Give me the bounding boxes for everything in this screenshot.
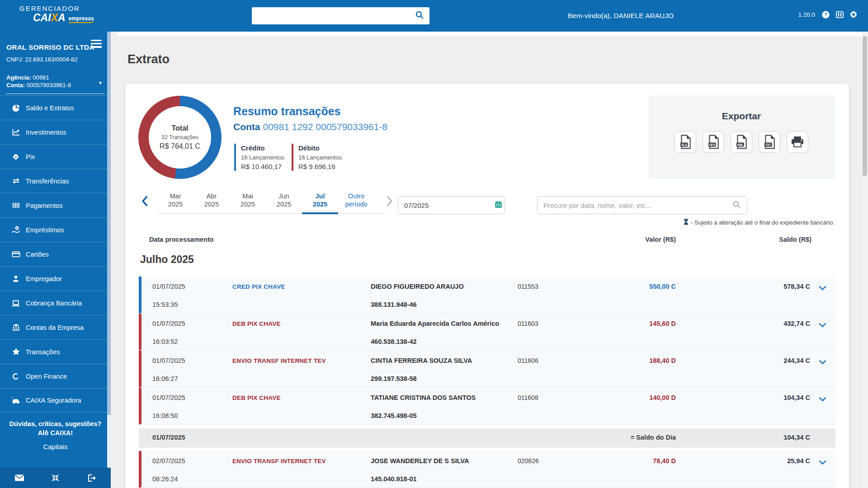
debit-stat: Débito 16 Lançamentos R$ 9.696,16 <box>292 144 342 171</box>
caixa-logo: GERENCIADOR CAIXA empresas <box>19 5 94 23</box>
transaction-row[interactable]: 01/07/2025 16:06:27 ENVIO TRANSF INTERNE… <box>139 351 835 388</box>
help-icon[interactable]: ? <box>821 10 830 19</box>
expand-chevron-icon[interactable] <box>819 395 826 404</box>
filter-search-field[interactable] <box>537 196 747 214</box>
agencia-value: 00981 <box>33 74 49 81</box>
sidebar-item-cobranca-bancaria[interactable]: Cobrança Bancária <box>0 291 111 315</box>
column-header-value: Valor (R$) <box>600 236 676 243</box>
file-ofx-icon: OFX <box>707 135 720 149</box>
donut-total-label: Total <box>171 124 188 132</box>
sidebar-item-transacoes[interactable]: Transações <box>0 339 111 364</box>
open-finance-icon <box>11 371 21 381</box>
month-date-field[interactable] <box>398 196 505 214</box>
hamburger-menu-icon[interactable] <box>91 40 102 48</box>
tab-mar-2025[interactable]: Mar2025 <box>157 192 193 213</box>
logout-icon[interactable] <box>86 473 96 483</box>
export-txt-button[interactable]: TXT <box>759 131 780 153</box>
column-header-balance: Saldo (R$) <box>740 236 811 243</box>
sidebar-scrollbar[interactable] <box>107 32 111 468</box>
sidebar-item-investimentos[interactable]: Investimentos <box>0 120 111 144</box>
alo-caixa-line2: Alô CAIXA! <box>0 428 111 437</box>
loan-hand-icon: $ <box>11 225 21 235</box>
tab-mai-2025[interactable]: Mai2025 <box>230 192 266 213</box>
hourglass-icon <box>684 219 689 226</box>
sidebar-item-cartoes[interactable]: Cartões <box>0 242 111 266</box>
sidebar-item-saldo-e-extratos[interactable]: Saldo e Extratos <box>0 95 111 120</box>
next-period-chevron[interactable] <box>387 196 393 208</box>
file-xml-icon: XML <box>735 135 748 149</box>
sidebar-item-empregador[interactable]: Empregador <box>0 266 111 291</box>
print-button[interactable] <box>787 131 808 153</box>
chevron-down-icon[interactable]: ▼ <box>98 79 103 87</box>
search-icon[interactable] <box>415 10 424 21</box>
donut-center: Total 32 Transações R$ 764,01 C <box>149 106 211 169</box>
svg-text:OFX: OFX <box>709 143 715 146</box>
divider <box>5 94 104 94</box>
capitais-link[interactable]: Capitais <box>0 443 111 450</box>
svg-text:TXT: TXT <box>765 143 772 146</box>
sidebar-scrollbar-thumb[interactable] <box>107 415 111 468</box>
person-icon <box>11 274 21 284</box>
sidebar-item-pagamentos[interactable]: Pagamentos <box>0 193 111 217</box>
sidebar: ORAL SORRISO DC LTDA CNPJ: 22.693.163/00… <box>0 32 111 488</box>
tab-jul-2025[interactable]: Jul2025 <box>302 192 338 214</box>
page-title: Extrato <box>127 52 170 66</box>
app-header: GERENCIADOR CAIXA empresas Bem-vindo(a),… <box>0 0 868 32</box>
summary-account-value: 00981 1292 000579033961-8 <box>263 122 388 132</box>
tab-abr-2025[interactable]: Abr2025 <box>193 192 230 213</box>
columns-icon[interactable] <box>835 10 844 19</box>
export-panel: Exportar XLS OFX XML TXT <box>648 95 835 178</box>
transfer-arrows-icon <box>11 176 21 186</box>
period-tabs: Mar2025 Abr2025 Mai2025 Jun2025 Jul2025 … <box>157 192 386 214</box>
mail-icon[interactable] <box>14 473 24 483</box>
pie-chart-icon <box>11 103 21 113</box>
tab-outro-periodo[interactable]: Outroperíodo <box>338 192 374 213</box>
sidebar-item-contas-da-empresa[interactable]: Contas da Empresa <box>0 315 111 339</box>
account-selector[interactable]: Agência: 00981 Conta: 000579033961-8 ▼ <box>6 74 104 89</box>
global-search-input[interactable] <box>257 12 415 20</box>
summary-account: Conta00981 1292 000579033961-8 <box>233 122 387 132</box>
global-search[interactable] <box>252 7 429 24</box>
calendar-icon[interactable] <box>494 200 503 211</box>
sidebar-item-caixa-seguradora[interactable]: CAIXA Seguradora <box>0 388 111 413</box>
tab-jun-2025[interactable]: Jun2025 <box>266 192 302 213</box>
version-label: 1.20.0 <box>798 11 815 18</box>
sidebar-item-pix[interactable]: Pix <box>0 144 111 169</box>
compress-arrows-icon[interactable] <box>51 473 61 483</box>
bank-icon <box>11 323 21 333</box>
car-icon <box>11 395 21 405</box>
pending-note: - Sujeito a alteração até o final do exp… <box>684 219 835 226</box>
filter-search-input[interactable] <box>543 202 732 209</box>
previous-period-chevron[interactable] <box>142 196 148 208</box>
export-xml-button[interactable]: XML <box>731 131 752 153</box>
transaction-row[interactable]: 01/07/2025 16:08:50 DEB PIX CHAVE TATIAN… <box>139 388 835 425</box>
line-chart-icon <box>11 127 21 137</box>
svg-text:XML: XML <box>737 143 743 146</box>
logo-suffix: empresas <box>69 16 94 23</box>
transaction-row[interactable]: 01/07/2025 16:03:52 DEB PIX CHAVE Maria … <box>139 314 835 351</box>
sidebar-item-open-finance[interactable]: Open Finance <box>0 364 111 388</box>
export-ofx-button[interactable]: OFX <box>703 131 724 153</box>
month-date-input[interactable] <box>404 202 494 209</box>
sidebar-item-emprestimos[interactable]: $ Empréstimos <box>0 217 111 242</box>
star-icon <box>11 347 21 357</box>
barcode-icon <box>11 201 21 211</box>
transaction-row[interactable]: 01/07/2025 15:53:35 CRED PIX CHAVE DIEGO… <box>139 277 835 314</box>
expand-chevron-icon[interactable] <box>819 321 826 329</box>
summary-account-label: Conta <box>233 122 260 132</box>
conta-value: 000579033961-8 <box>27 82 71 89</box>
sidebar-item-transferencias[interactable]: Transferências <box>0 169 111 193</box>
expand-chevron-icon[interactable] <box>819 358 826 366</box>
export-xls-button[interactable]: XLS <box>675 131 696 153</box>
page-scrollbar[interactable] <box>862 32 868 488</box>
logo-line1: GERENCIADOR <box>19 5 94 12</box>
credit-stat: Crédito 16 Lançamentos R$ 10.460,17 <box>234 144 284 171</box>
gear-icon[interactable] <box>849 10 858 19</box>
expand-chevron-icon[interactable] <box>819 284 826 292</box>
company-cnpj: CNPJ: 22.693.163/0004-82 <box>6 56 104 63</box>
expand-chevron-icon[interactable] <box>819 459 826 467</box>
transaction-row[interactable]: 02/07/2025 08:26:24 ENVIO TRANSF INTERNE… <box>139 451 835 488</box>
donut-chart: Total 32 Transações R$ 764,01 C <box>138 96 222 179</box>
filter-search-icon[interactable] <box>732 200 741 211</box>
page-scrollbar-thumb[interactable] <box>863 36 867 176</box>
